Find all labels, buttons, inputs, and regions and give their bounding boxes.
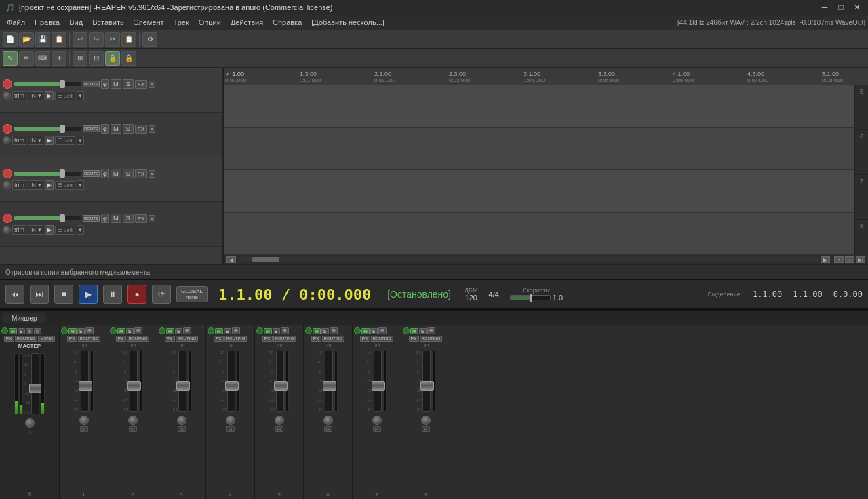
- ch5-power[interactable]: [256, 327, 263, 334]
- ch5-s[interactable]: S: [273, 328, 280, 334]
- ch2-pan[interactable]: [128, 416, 138, 425]
- ch1-fader[interactable]: [81, 351, 89, 412]
- track-8-trim[interactable]: trim: [12, 225, 26, 235]
- zoom-out-btn[interactable]: -: [845, 256, 854, 263]
- menu-actions[interactable]: Действия: [226, 17, 267, 28]
- track-5-volume[interactable]: [14, 82, 81, 86]
- track-8-ch[interactable]: ▾: [77, 225, 84, 235]
- track-8-route[interactable]: ROUTE: [83, 215, 100, 222]
- arrange-row-6[interactable]: [224, 128, 854, 171]
- ch4-m[interactable]: M: [215, 328, 223, 334]
- track-5-in[interactable]: IN ▾: [28, 91, 43, 100]
- ch2-in[interactable]: IN: [129, 426, 137, 432]
- ch3-fader-handle[interactable]: [176, 381, 190, 391]
- speed-slider[interactable]: [510, 295, 551, 300]
- minimize-button[interactable]: ─: [819, 2, 830, 13]
- tb-envelope[interactable]: 🔒: [121, 51, 136, 66]
- ch6-in[interactable]: IN: [324, 426, 332, 432]
- track-6-ch[interactable]: ▾: [77, 136, 84, 145]
- ch1-s[interactable]: S: [77, 328, 85, 334]
- play-button[interactable]: ▶: [79, 285, 98, 304]
- ch6-power[interactable]: [305, 327, 312, 334]
- tb-undo[interactable]: ↩: [73, 32, 87, 47]
- master-fader[interactable]: [31, 353, 39, 414]
- ch5-fx[interactable]: FX: [262, 336, 273, 342]
- tb-pencil[interactable]: ✏: [19, 51, 34, 66]
- master-s-btn[interactable]: S: [18, 328, 25, 334]
- track-5-solo[interactable]: S: [123, 79, 134, 89]
- track-5-fx[interactable]: FX: [135, 80, 147, 89]
- close-button[interactable]: ✕: [852, 2, 863, 13]
- ch3-m[interactable]: M: [166, 328, 174, 334]
- track-5-fwd[interactable]: ▶: [45, 91, 54, 100]
- ch3-fader[interactable]: [178, 351, 186, 412]
- ch5-routing[interactable]: ROUTING: [273, 336, 296, 342]
- ch1-fader-handle[interactable]: [79, 381, 92, 391]
- track-7-fx[interactable]: FX: [135, 169, 147, 178]
- tb-open[interactable]: 📂: [19, 32, 34, 47]
- track-6-in[interactable]: IN ▾: [28, 136, 43, 145]
- ch6-pan[interactable]: [323, 416, 333, 425]
- ch6-fader-handle[interactable]: [323, 381, 336, 391]
- tb-saveas[interactable]: 📋: [52, 32, 66, 47]
- ch1-m[interactable]: M: [68, 328, 77, 334]
- track-6-pan[interactable]: [3, 136, 11, 144]
- menu-help[interactable]: Справка: [269, 17, 306, 28]
- ch4-fx[interactable]: FX: [214, 336, 224, 342]
- track-5-trim[interactable]: trim: [12, 91, 26, 100]
- ch5-fader[interactable]: [276, 351, 284, 412]
- track-6-route[interactable]: ROUTE: [83, 125, 100, 132]
- ch3-power[interactable]: [159, 327, 165, 334]
- ch4-fader[interactable]: [227, 351, 235, 412]
- ch1-power[interactable]: [61, 327, 68, 334]
- ch2-fader[interactable]: [130, 351, 138, 412]
- ch8-fader[interactable]: [422, 351, 431, 412]
- ch7-in[interactable]: IN: [373, 426, 381, 432]
- menu-file[interactable]: Файл: [3, 17, 29, 28]
- arrange-row-5[interactable]: [224, 85, 854, 128]
- track-7-left[interactable]: ☰ Left: [55, 181, 76, 190]
- track-7-trim[interactable]: trim: [12, 180, 26, 190]
- ch4-routing[interactable]: ROUTING: [224, 336, 248, 342]
- ch5-in[interactable]: IN: [275, 426, 283, 432]
- master-extra-btn[interactable]: ⊞: [26, 328, 33, 334]
- ch5-m[interactable]: M: [264, 328, 272, 334]
- master-power[interactable]: [1, 327, 8, 334]
- tb-save[interactable]: 💾: [35, 32, 50, 47]
- track-5-pan[interactable]: [3, 92, 11, 100]
- ch7-s[interactable]: S: [370, 328, 378, 334]
- ch1-pan[interactable]: [79, 416, 89, 425]
- tb-lock[interactable]: 🔒: [105, 51, 120, 66]
- menu-view[interactable]: Вид: [65, 17, 87, 28]
- scroll-end-btn[interactable]: ▶|: [856, 256, 865, 263]
- ch3-s[interactable]: S: [175, 328, 182, 334]
- track-8-extra[interactable]: ≡: [149, 215, 155, 222]
- track-7-solo[interactable]: S: [123, 169, 134, 178]
- tb-render[interactable]: ⚙: [142, 32, 157, 47]
- ch3-in[interactable]: IN: [178, 426, 186, 432]
- track-6-left[interactable]: ☰ Left: [55, 136, 76, 145]
- track-7-ch[interactable]: ▾: [77, 180, 84, 190]
- track-7-fwd[interactable]: ▶: [45, 180, 54, 190]
- ch8-pan[interactable]: [421, 416, 431, 425]
- ch7-m[interactable]: M: [361, 328, 370, 334]
- arrange-content[interactable]: [224, 85, 854, 255]
- record-button[interactable]: ●: [127, 285, 146, 304]
- ch7-power[interactable]: [354, 327, 361, 334]
- track-8-left[interactable]: ☰ Left: [55, 226, 76, 235]
- ch2-fader-handle[interactable]: [127, 381, 141, 391]
- ch8-m[interactable]: M: [410, 328, 418, 334]
- track-8-in[interactable]: IN ▾: [28, 225, 43, 235]
- ch2-power[interactable]: [110, 327, 117, 334]
- tb-cursor2[interactable]: ✛: [52, 51, 66, 66]
- menu-insert[interactable]: Вставить: [88, 17, 128, 28]
- track-8-volume[interactable]: [14, 216, 81, 220]
- track-7-pan[interactable]: [3, 181, 11, 189]
- ch5-fader-handle[interactable]: [274, 381, 288, 391]
- ch1-fx[interactable]: FX: [67, 336, 77, 342]
- ch7-fader[interactable]: [374, 351, 382, 412]
- track-6-mute[interactable]: M: [111, 124, 121, 134]
- ch4-fader-handle[interactable]: [225, 381, 239, 391]
- ch5-pan[interactable]: [275, 416, 284, 425]
- ch1-routing[interactable]: ROUTING: [78, 336, 101, 342]
